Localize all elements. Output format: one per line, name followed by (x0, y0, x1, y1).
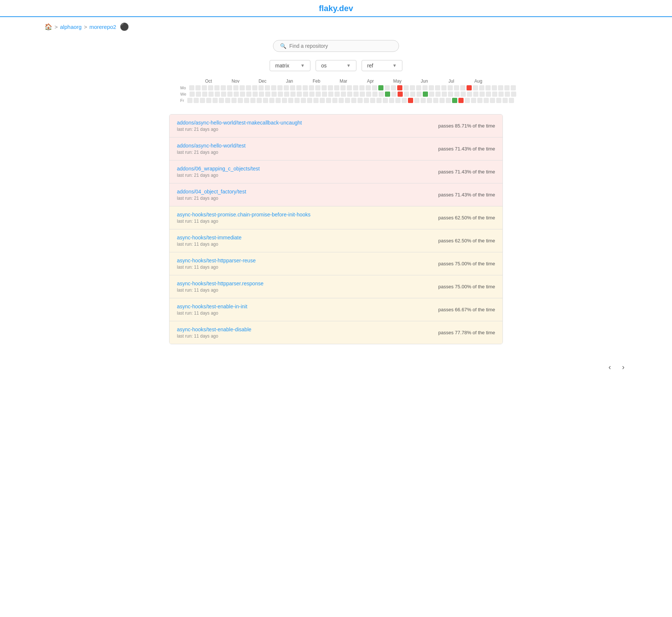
filter-matrix[interactable]: matrix ▼ (270, 60, 310, 71)
list-item-name-link[interactable]: async-hooks/test-httpparser-reuse (177, 258, 256, 263)
cal-cells (189, 85, 516, 90)
list-item-name-link[interactable]: addons/04_object_factory/test (177, 189, 246, 195)
search-input[interactable] (289, 43, 392, 49)
cal-row-mo: Mo (180, 85, 492, 90)
breadcrumb-sep1: > (55, 24, 58, 30)
cal-cell (370, 98, 375, 103)
cal-cell (452, 98, 457, 103)
home-icon[interactable]: 🏠 (45, 23, 52, 31)
breadcrumb-repo[interactable]: morerepo2 (89, 24, 116, 30)
cal-cell (395, 98, 401, 103)
list-item-name-link[interactable]: async-hooks/test-immediate (177, 235, 241, 241)
cal-cell (351, 98, 356, 103)
cal-cell (214, 85, 220, 90)
cal-cell (271, 92, 277, 97)
cal-cell (509, 98, 514, 103)
breadcrumb: 🏠 > alphaorg > morerepo2 ⚫ (0, 17, 672, 36)
list-item-pass-rate: passes 71.43% of the time (438, 192, 495, 198)
cal-cell (358, 98, 363, 103)
cal-cell (461, 92, 466, 97)
cal-cell (297, 92, 302, 97)
list-item-meta: last run: 11 days ago (177, 265, 256, 270)
cal-cell (301, 98, 306, 103)
cal-cell (196, 92, 201, 97)
list-item-pass-rate: passes 75.00% of the time (438, 261, 495, 266)
cal-cell (328, 85, 333, 90)
list-item-name-link[interactable]: async-hooks/test-enable-in-init (177, 303, 247, 309)
cal-row-label: We (180, 92, 188, 96)
cal-cell (307, 98, 312, 103)
search-icon: 🔍 (280, 43, 286, 49)
cal-cell (326, 98, 331, 103)
filters-wrap: matrix ▼ os ▼ ref ▼ (0, 60, 672, 71)
cal-month-may: May (384, 79, 411, 84)
filter-os[interactable]: os ▼ (316, 60, 356, 71)
cal-cell (477, 98, 482, 103)
filter-matrix-label: matrix (275, 63, 289, 69)
list-item: addons/04_object_factory/testlast run: 2… (169, 183, 503, 206)
cal-cell (465, 98, 470, 103)
cal-cell (200, 98, 205, 103)
cal-cell (372, 92, 378, 97)
calendar-section: Oct Nov Dec Jan Feb Mar Apr May Jun Jul … (173, 79, 499, 103)
list-item-name-link[interactable]: addons/async-hello-world/test-makecallba… (177, 120, 302, 126)
filter-ref[interactable]: ref ▼ (362, 60, 402, 71)
list-item-name-link[interactable]: addons/async-hello-world/test (177, 143, 246, 149)
cal-cell (385, 85, 390, 90)
cal-cell (265, 85, 270, 90)
list-item-meta: last run: 11 days ago (177, 219, 310, 224)
cal-month-feb: Feb (303, 79, 330, 84)
cal-cell (335, 92, 340, 97)
list-item-pass-rate: passes 71.43% of the time (438, 146, 495, 152)
cal-cell (322, 85, 327, 90)
cal-cell (359, 85, 365, 90)
list-item: addons/async-hello-world/testlast run: 2… (169, 137, 503, 160)
cal-cell (421, 98, 426, 103)
list-item-name-link[interactable]: async-hooks/test-enable-disable (177, 326, 251, 332)
cal-cell (208, 85, 213, 90)
pagination-prev[interactable]: ‹ (606, 361, 614, 373)
cal-cell (511, 85, 516, 90)
cal-cell (271, 85, 276, 90)
list-item-name-link[interactable]: async-hooks/test-promise.chain-promise-b… (177, 212, 310, 218)
cal-cell (284, 85, 289, 90)
cal-cell (221, 85, 226, 90)
cal-cell (309, 85, 314, 90)
cal-cell (383, 98, 388, 103)
cal-cell (496, 98, 501, 103)
cal-month-jul: Jul (438, 79, 465, 84)
cal-row-fr: Fr (180, 98, 492, 103)
list-item-meta: last run: 21 days ago (177, 173, 260, 178)
list-item-left: addons/async-hello-world/testlast run: 2… (177, 143, 246, 155)
pagination-next[interactable]: › (619, 361, 627, 373)
cal-cell (353, 85, 358, 90)
list-item-pass-rate: passes 62.50% of the time (438, 215, 495, 220)
list-item-name-link[interactable]: addons/06_wrapping_c_objects/test (177, 166, 260, 172)
cal-cell (202, 92, 207, 97)
breadcrumb-org[interactable]: alphaorg (60, 24, 82, 30)
cal-cell (187, 98, 192, 103)
cal-cell (467, 85, 472, 90)
cal-cell (246, 92, 251, 97)
cal-cell (259, 92, 264, 97)
cal-cell (282, 98, 287, 103)
cal-cell (250, 98, 256, 103)
cal-cell (252, 85, 257, 90)
cal-cell (467, 92, 472, 97)
list-item-left: async-hooks/test-enable-disablelast run:… (177, 326, 251, 339)
top-bar: flaky.dev (0, 0, 672, 17)
cal-cell (446, 98, 451, 103)
cal-cell (427, 98, 432, 103)
cal-cell (479, 85, 484, 90)
list-item-name-link[interactable]: async-hooks/test-httpparser.response (177, 281, 263, 286)
pagination: ‹ › (0, 355, 672, 379)
github-icon: ⚫ (120, 22, 129, 31)
cal-cell (402, 98, 407, 103)
list-item-left: async-hooks/test-promise.chain-promise-b… (177, 212, 310, 224)
list-item-left: addons/06_wrapping_c_objects/testlast ru… (177, 166, 260, 178)
search-bar-container: 🔍 (273, 40, 399, 52)
cal-cell (378, 85, 383, 90)
cal-cell (366, 92, 371, 97)
list-item: async-hooks/test-immediatelast run: 11 d… (169, 229, 503, 252)
cal-cell (225, 98, 230, 103)
